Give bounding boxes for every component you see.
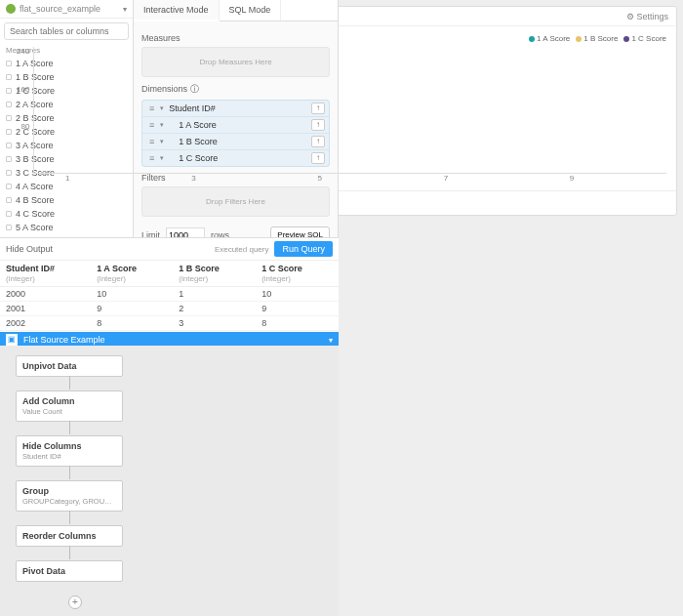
step-title: Pivot Data <box>22 566 116 576</box>
datasource-name: flat_source_example <box>20 4 123 14</box>
cell: 10 <box>256 287 339 302</box>
cell: 8 <box>256 316 339 331</box>
mode-tabs: Interactive Mode SQL Mode <box>134 0 338 21</box>
step-title: Unpivot Data <box>22 361 116 371</box>
cell: 10 <box>91 287 173 302</box>
limit-input[interactable] <box>166 227 205 238</box>
field-type-icon <box>6 225 12 230</box>
pipeline-step[interactable]: Add ColumnValue Count <box>16 390 123 422</box>
step-subtitle: GROUPCategory, GROUPScore, ... <box>22 497 116 506</box>
cell: 8 <box>91 316 173 331</box>
table-row[interactable]: 2001929 <box>0 302 339 316</box>
hide-output-button[interactable]: Hide Output <box>6 244 53 254</box>
cell: 9 <box>256 302 339 316</box>
legend-item[interactable]: 1 A Score <box>523 34 570 43</box>
filters-dropzone[interactable]: Drop Filters Here <box>141 186 330 217</box>
x-tick: 1 <box>36 174 100 183</box>
x-tick: 5 <box>288 174 351 183</box>
x-axis: 13579 <box>17 174 666 183</box>
tab-sql[interactable]: SQL Mode <box>220 0 282 21</box>
field-item[interactable]: 4 C Score <box>0 207 133 221</box>
chart-plot <box>33 47 666 174</box>
limit-label: Limit <box>141 230 160 238</box>
pipeline-step[interactable]: Hide ColumnsStudent ID# <box>16 435 123 467</box>
pipeline-canvas[interactable]: Unpivot DataAdd ColumnValue CountHide Co… <box>0 346 339 616</box>
datasource-select[interactable]: flat_source_example ▾ <box>0 0 133 19</box>
field-item[interactable]: 4 B Score <box>0 193 133 207</box>
legend-item[interactable]: 1 B Score <box>570 34 618 43</box>
column-header[interactable]: 1 B Score (integer) <box>173 261 256 287</box>
step-title: Group <box>22 486 116 496</box>
pipeline-step[interactable]: GroupGROUPCategory, GROUPScore, ... <box>16 480 123 512</box>
tab-interactive[interactable]: Interactive Mode <box>134 0 220 21</box>
y-tick: 160 <box>17 85 29 94</box>
cell: 2 <box>173 302 256 316</box>
chart-settings-button[interactable]: Settings <box>626 12 668 21</box>
cell: 2000 <box>0 287 91 302</box>
cell: 1 <box>173 287 256 302</box>
field-item[interactable]: 5 A Score <box>0 221 133 234</box>
field-type-icon <box>6 211 12 217</box>
chevron-down-icon[interactable]: ▾ <box>329 336 333 345</box>
y-tick: 80 <box>20 122 29 131</box>
column-header[interactable]: Student ID# (integer) <box>0 261 91 287</box>
step-title: Add Column <box>22 396 116 406</box>
x-tick <box>351 174 415 183</box>
table-row[interactable]: 200010110 <box>0 287 339 302</box>
x-tick: 3 <box>162 174 225 183</box>
chevron-down-icon: ▾ <box>123 5 127 14</box>
x-tick <box>100 174 163 183</box>
rows-label: rows <box>211 230 229 238</box>
pipeline-step[interactable]: Pivot Data <box>16 560 123 582</box>
x-tick: 7 <box>415 174 478 183</box>
cell: 2001 <box>0 302 91 316</box>
legend-item[interactable]: 1 C Score <box>618 34 666 43</box>
cell: 3 <box>173 316 256 331</box>
step-title: Reorder Columns <box>22 531 116 541</box>
cell: 9 <box>91 302 173 316</box>
pipeline-step[interactable]: Reorder Columns <box>16 525 123 547</box>
step-subtitle: Student ID# <box>22 452 116 461</box>
column-header[interactable]: 1 C Score (integer) <box>256 261 339 287</box>
table-row[interactable]: 2002838 <box>0 316 339 331</box>
y-tick: 240 <box>17 47 29 56</box>
field-label: 5 A Score <box>16 223 54 232</box>
preview-sql-button[interactable]: Preview SQL <box>270 226 330 237</box>
x-tick: 9 <box>541 174 604 183</box>
run-query-button[interactable]: Run Query <box>274 241 333 257</box>
x-tick <box>225 174 289 183</box>
y-axis: 24016080 <box>17 47 33 174</box>
datasource-status-icon <box>6 4 16 14</box>
cell: 2002 <box>0 316 91 331</box>
pipeline-step[interactable]: Unpivot Data <box>16 355 123 377</box>
chart-legend: 1 A Score1 B Score1 C Score <box>17 34 666 43</box>
expand-icon[interactable]: ▣ <box>6 334 18 346</box>
step-title: Hide Columns <box>22 441 116 451</box>
column-header[interactable]: 1 A Score (integer) <box>91 261 173 287</box>
x-tick <box>603 174 666 183</box>
field-label: 4 B Score <box>16 195 55 205</box>
field-label: 4 C Score <box>16 209 55 219</box>
pipeline-title: Flat Source Example <box>23 335 105 345</box>
field-type-icon <box>6 197 12 203</box>
add-step-button[interactable]: + <box>68 595 82 609</box>
step-subtitle: Value Count <box>22 407 116 416</box>
x-tick <box>477 174 541 183</box>
query-status: Executed query <box>215 245 269 254</box>
